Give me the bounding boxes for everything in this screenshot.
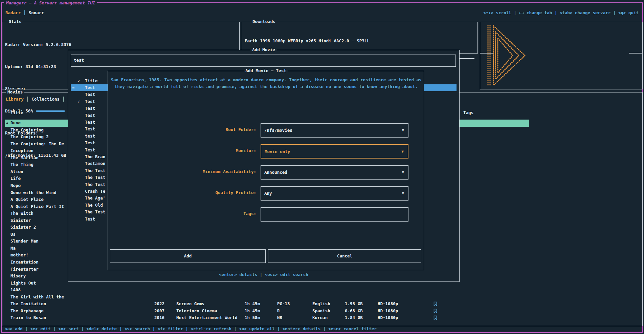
movie-rating: PG-13 (277, 300, 290, 308)
keybind-hints-popup: <enter> details | <esc> edit search (68, 272, 459, 277)
movie-quality: HD-1080p (378, 308, 398, 315)
movie-row[interactable]: Train to Busan2016Next Entertainment Wor… (5, 314, 529, 321)
movie-size: 1.84 GB (345, 314, 363, 321)
downloads-panel-title: Downloads (251, 19, 277, 24)
tab-sonarr[interactable]: Sonarr (29, 10, 44, 15)
field-dropdown[interactable]: /nfs/movies▼ (261, 123, 408, 138)
tab-separator: │ (62, 97, 65, 102)
movie-title: Ma (10, 245, 16, 252)
keybind-hints-bottom: <a> add | <e> edit | <o> sort | <del> de… (5, 326, 377, 331)
tab-separator: │ (23, 10, 26, 15)
movie-title: The Conjuring (10, 127, 44, 134)
tab-radarr[interactable]: Radarr (5, 10, 21, 15)
movie-studio: Telecinco Cinema (176, 308, 217, 315)
movie-title: The Witch (10, 210, 34, 217)
movie-year: 2016 (154, 314, 164, 321)
column-header-in-library: ✓ (77, 78, 80, 84)
movie-title: Us (10, 231, 16, 238)
movie-title: Train to Busan (10, 314, 46, 321)
movies-panel-title: Movies (6, 89, 24, 95)
movie-row[interactable]: The Girl with All the (5, 294, 529, 301)
movie-title: Misery (10, 273, 26, 280)
movie-title: The Conjuring: The De (10, 141, 64, 148)
result-title: The Aga' (85, 195, 105, 202)
field-value: Announced (264, 166, 287, 179)
movie-title: Dune (10, 120, 21, 127)
movie-runtime: 1h 58m (245, 314, 260, 321)
radarr-version: Radarr Version: 5.2.6.8376 (5, 41, 237, 48)
movie-title: The Conjuring 2 (10, 133, 49, 141)
field-label: Monitor: (149, 148, 256, 153)
library-tabs: Library│Collections│ (6, 97, 68, 102)
field-label: Root Folder: (149, 127, 256, 132)
movie-row[interactable]: The Orphanage2007Telecinco Cinema1h 45mR… (5, 308, 529, 315)
movie-title: Firestarter (10, 266, 39, 273)
movie-rating: NR (277, 314, 282, 321)
managarr-logo-icon (486, 24, 527, 88)
app-title: Managarr — A Servarr management TUI (4, 0, 97, 6)
movie-title: The Girl with All the (10, 294, 64, 301)
add-movie-search-input[interactable]: test (71, 55, 456, 67)
movie-title: Gone with the Wind (10, 189, 56, 196)
movie-row[interactable]: 1408 (5, 287, 529, 294)
cancel-button[interactable]: Cancel (268, 249, 421, 263)
result-title: Test (85, 126, 95, 132)
movie-year: 2007 (154, 308, 164, 315)
field-value: Movie only (265, 145, 290, 159)
result-title: The Test (85, 209, 105, 215)
result-title: Testamen (85, 160, 105, 167)
result-title: Test (85, 91, 95, 98)
result-title: Test (85, 140, 95, 146)
result-title: The Test (85, 181, 105, 188)
add-movie-modal-title: Add Movie — Test (244, 68, 288, 74)
tab-library[interactable]: Library (6, 97, 24, 102)
movie-title: Nope (10, 182, 21, 189)
field-input[interactable] (261, 207, 408, 222)
field-dropdown[interactable]: Announced▼ (261, 165, 408, 180)
movie-year: 2022 (154, 300, 164, 308)
selected-marker-icon: ⇒ (72, 84, 75, 91)
movie-language: Spanish (312, 308, 330, 315)
movie-title: Inception (10, 147, 34, 154)
movie-size: 0.68 GB (345, 308, 363, 315)
tab-separator: │ (26, 97, 29, 102)
field-value: Any (264, 187, 272, 200)
movie-title: Incantation (10, 259, 39, 266)
field-dropdown[interactable]: Any▼ (261, 186, 408, 201)
result-title: Test (85, 84, 95, 91)
search-input-value: test (71, 55, 456, 66)
movie-studio: Screen Gems (176, 300, 204, 308)
movie-title: A Quiet Place (10, 196, 44, 203)
movie-title: Sinister 2 (10, 224, 36, 231)
tab-collections[interactable]: Collections (31, 97, 60, 102)
field-value: /nfs/movies (264, 124, 292, 137)
movie-overview: San Francisco, 1985. Two opposites attra… (110, 77, 422, 90)
dropdown-arrow-icon: ▼ (402, 166, 404, 179)
movie-title: Life (10, 175, 21, 182)
movie-title: The Invitation (10, 300, 46, 308)
movie-title: mother! (10, 252, 28, 259)
result-title: The Test (85, 174, 105, 181)
result-title: The Test (85, 167, 105, 174)
dropdown-arrow-icon: ▼ (401, 145, 404, 159)
movie-row[interactable]: The Invitation2022Screen Gems1h 45mPG-13… (5, 300, 529, 308)
panel-divider-segment (629, 53, 643, 54)
field-dropdown[interactable]: Movie only▼ (261, 144, 408, 159)
movie-title: Sinister (10, 217, 31, 224)
add-movie-popup-title: Add Movie (250, 47, 277, 53)
movie-title: Lights Out (10, 280, 36, 287)
add-button[interactable]: Add (110, 249, 266, 263)
keybind-hints-top: <↑↓> scroll | ←→ change tab | <tab> chan… (483, 10, 639, 15)
field-label: Minimum Availability: (149, 169, 256, 174)
download-item-name: Earth 1998 1080p WEBRip x265 Hindi AAC2.… (245, 38, 474, 43)
column-header-result-title: Title (85, 78, 98, 84)
movie-studio: Next Entertainment World (176, 314, 238, 321)
dropdown-arrow-icon: ▼ (402, 187, 404, 200)
result-title: The Bran (85, 153, 105, 160)
movie-title: The Orphanage (10, 308, 44, 315)
add-movie-popup: Add Movie test ✓ Title ⇒TestTest✓TestTes… (68, 50, 460, 282)
in-library-check-icon: ✓ (77, 98, 80, 105)
result-title: Test (85, 105, 95, 112)
selected-marker-icon: ⇒ (6, 120, 8, 127)
movie-runtime: 1h 45m (245, 308, 260, 315)
